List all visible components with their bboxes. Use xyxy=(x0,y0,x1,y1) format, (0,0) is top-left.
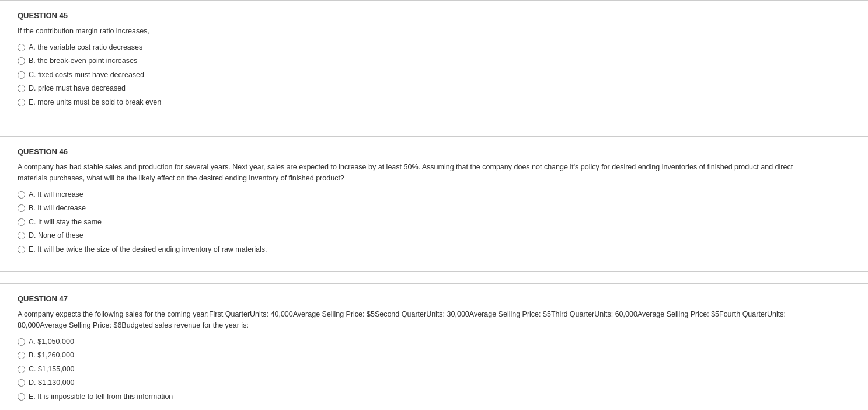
question-block-q45: QUESTION 45If the contribution margin ra… xyxy=(0,0,868,124)
option-item-q47b: B. $1,260,000 xyxy=(18,350,850,361)
option-text-q46a: A. It will increase xyxy=(29,190,83,200)
radio-q45d[interactable] xyxy=(18,85,25,92)
option-item-q45d: D. price must have decreased xyxy=(18,84,850,94)
question-label-q47: QUESTION 47 xyxy=(18,294,850,303)
question-block-q47: QUESTION 47A company expects the followi… xyxy=(0,283,868,410)
option-text-q47b: B. $1,260,000 xyxy=(29,350,74,361)
question-block-q46: QUESTION 46A company has had stable sale… xyxy=(0,136,868,272)
option-text-q47a: A. $1,050,000 xyxy=(29,337,74,348)
radio-q46a[interactable] xyxy=(18,191,25,199)
option-text-q45a: A. the variable cost ratio decreases xyxy=(29,43,142,53)
option-item-q46e: E. It will be twice the size of the desi… xyxy=(18,245,850,255)
option-item-q46a: A. It will increase xyxy=(18,190,850,200)
radio-q47a[interactable] xyxy=(18,338,25,346)
option-item-q47d: D. $1,130,000 xyxy=(18,378,850,388)
option-text-q46c: C. It will stay the same xyxy=(29,217,102,228)
options-list-q47: A. $1,050,000B. $1,260,000C. $1,155,000D… xyxy=(18,337,850,402)
options-list-q45: A. the variable cost ratio decreasesB. t… xyxy=(18,43,850,108)
radio-q45c[interactable] xyxy=(18,71,25,79)
radio-q47e[interactable] xyxy=(18,393,25,401)
option-item-q47c: C. $1,155,000 xyxy=(18,364,850,375)
option-item-q46c: C. It will stay the same xyxy=(18,217,850,228)
option-item-q47a: A. $1,050,000 xyxy=(18,337,850,348)
option-item-q46d: D. None of these xyxy=(18,231,850,241)
option-item-q45e: E. more units must be sold to break even xyxy=(18,98,850,108)
radio-q45e[interactable] xyxy=(18,99,25,106)
option-item-q47e: E. It is impossible to tell from this in… xyxy=(18,392,850,402)
option-item-q45b: B. the break-even point increases xyxy=(18,56,850,67)
question-text-q45: If the contribution margin ratio increas… xyxy=(18,26,823,37)
radio-q47c[interactable] xyxy=(18,366,25,373)
radio-q47d[interactable] xyxy=(18,379,25,387)
page-container: QUESTION 45If the contribution margin ra… xyxy=(0,0,868,410)
question-text-q46: A company has had stable sales and produ… xyxy=(18,162,823,184)
option-item-q45c: C. fixed costs must have decreased xyxy=(18,70,850,81)
option-text-q45d: D. price must have decreased xyxy=(29,84,126,94)
option-text-q46b: B. It will decrease xyxy=(29,203,86,214)
radio-q46b[interactable] xyxy=(18,204,25,212)
question-label-q45: QUESTION 45 xyxy=(18,11,850,20)
radio-q46d[interactable] xyxy=(18,232,25,239)
radio-q45b[interactable] xyxy=(18,57,25,65)
option-text-q47c: C. $1,155,000 xyxy=(29,364,75,375)
radio-q45a[interactable] xyxy=(18,44,25,51)
option-text-q45e: E. more units must be sold to break even xyxy=(29,98,161,108)
option-text-q45b: B. the break-even point increases xyxy=(29,56,137,67)
radio-q46c[interactable] xyxy=(18,218,25,226)
radio-q47b[interactable] xyxy=(18,352,25,359)
question-text-q47: A company expects the following sales fo… xyxy=(18,309,823,331)
option-item-q46b: B. It will decrease xyxy=(18,203,850,214)
radio-q46e[interactable] xyxy=(18,246,25,253)
question-label-q46: QUESTION 46 xyxy=(18,147,850,156)
option-text-q46d: D. None of these xyxy=(29,231,83,241)
options-list-q46: A. It will increaseB. It will decreaseC.… xyxy=(18,190,850,255)
option-text-q46e: E. It will be twice the size of the desi… xyxy=(29,245,267,255)
option-item-q45a: A. the variable cost ratio decreases xyxy=(18,43,850,53)
option-text-q47d: D. $1,130,000 xyxy=(29,378,75,388)
option-text-q45c: C. fixed costs must have decreased xyxy=(29,70,144,81)
option-text-q47e: E. It is impossible to tell from this in… xyxy=(29,392,173,402)
